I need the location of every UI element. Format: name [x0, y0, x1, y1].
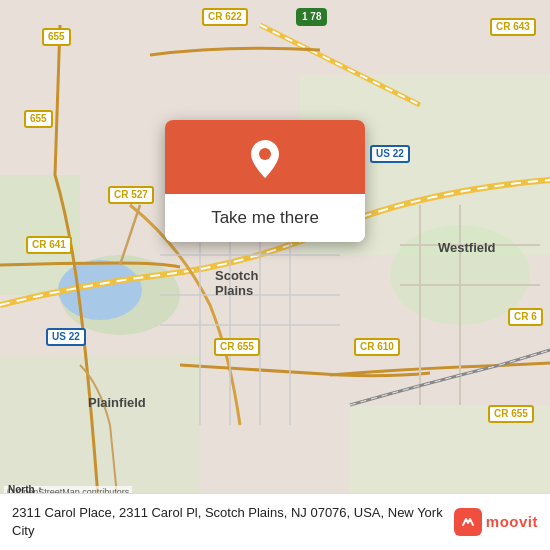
badge-us-22-right: US 22 — [370, 145, 410, 163]
popup-card: Take me there — [165, 120, 365, 242]
popup-top — [165, 120, 365, 194]
badge-cr-655-top: 655 — [42, 28, 71, 46]
badge-cr-655-lower: CR 655 — [214, 338, 260, 356]
badge-cr-655-mid: 655 — [24, 110, 53, 128]
badge-us-22-left: US 22 — [46, 328, 86, 346]
moovit-icon — [454, 508, 482, 536]
badge-cr-622: CR 622 — [202, 8, 248, 26]
take-me-there-button[interactable]: Take me there — [165, 194, 365, 242]
address-text: 2311 Carol Place, 2311 Carol Pl, Scotch … — [12, 504, 454, 540]
map-container: 655 CR 622 1 78 CR 643 655 CR 527 US 22 … — [0, 0, 550, 550]
place-plainfield: Plainfield — [88, 395, 146, 410]
place-westfield: Westfield — [438, 240, 496, 255]
place-scotch-plains: ScotchPlains — [215, 268, 258, 298]
badge-cr-641: CR 641 — [26, 236, 72, 254]
badge-cr-527: CR 527 — [108, 186, 154, 204]
badge-cr-610: CR 610 — [354, 338, 400, 356]
svg-point-21 — [259, 148, 271, 160]
badge-cr-655-br: CR 655 — [488, 405, 534, 423]
bottom-bar: 2311 Carol Place, 2311 Carol Pl, Scotch … — [0, 493, 550, 550]
badge-i-178: 1 78 — [296, 8, 327, 26]
badge-cr-643: CR 643 — [490, 18, 536, 36]
map-pin-icon — [247, 138, 283, 180]
moovit-logo: moovit — [454, 508, 538, 536]
badge-cr-6: CR 6 — [508, 308, 543, 326]
map-background — [0, 0, 550, 550]
moovit-text: moovit — [486, 513, 538, 530]
